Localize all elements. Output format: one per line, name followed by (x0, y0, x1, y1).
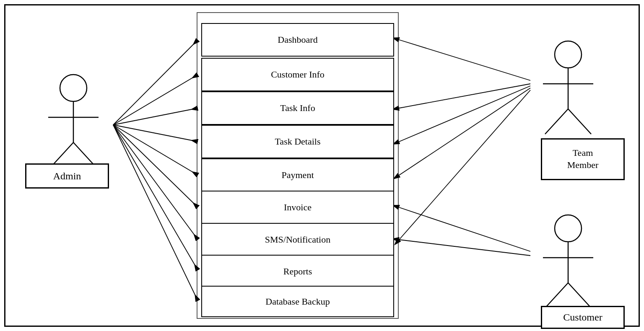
task-info-box: Task Info (201, 91, 394, 125)
svg-line-24 (113, 125, 198, 240)
reports-box: Reports (201, 255, 394, 288)
database-backup-box: Database Backup (201, 286, 394, 317)
svg-line-17 (568, 283, 591, 308)
svg-line-29 (399, 86, 530, 142)
customer-info-box: Customer Info (201, 58, 394, 91)
svg-line-27 (399, 40, 530, 80)
payment-box: Payment (201, 158, 394, 192)
svg-line-30 (399, 88, 530, 175)
customer-label: Customer (541, 306, 625, 329)
svg-line-21 (113, 125, 198, 142)
dashboard-box: Dashboard (201, 23, 394, 57)
invoice-box: Invoice (201, 191, 394, 224)
svg-point-3 (60, 75, 87, 101)
svg-line-22 (113, 125, 198, 175)
svg-line-33 (399, 240, 530, 256)
svg-line-25 (113, 125, 198, 270)
svg-point-13 (555, 215, 582, 242)
svg-line-12 (568, 109, 591, 134)
svg-line-32 (399, 207, 530, 251)
svg-line-20 (113, 108, 198, 125)
svg-line-28 (399, 84, 530, 108)
svg-point-8 (555, 41, 582, 68)
svg-line-11 (545, 109, 568, 134)
svg-line-16 (545, 283, 568, 308)
team-member-label: TeamMember (541, 138, 625, 180)
admin-label: Admin (25, 163, 109, 189)
svg-line-31 (399, 90, 530, 240)
svg-line-26 (113, 125, 198, 301)
sms-notification-box: SMS/Notification (201, 223, 394, 256)
svg-line-23 (113, 125, 198, 207)
task-details-box: Task Details (201, 125, 394, 158)
